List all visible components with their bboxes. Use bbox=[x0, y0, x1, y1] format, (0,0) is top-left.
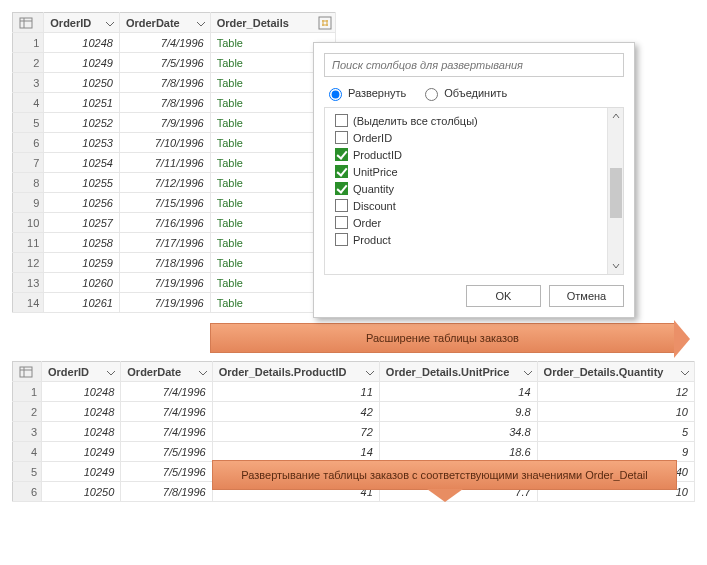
rownum-cell: 3 bbox=[13, 422, 42, 442]
dropdown-icon[interactable] bbox=[195, 18, 207, 30]
column-item[interactable]: (Выделить все столбцы) bbox=[329, 112, 619, 129]
rownum-cell: 4 bbox=[13, 93, 44, 113]
table-row[interactable]: 10102577/16/1996Table bbox=[13, 213, 336, 233]
column-item[interactable]: OrderID bbox=[329, 129, 619, 146]
cell-orderdate: 7/10/1996 bbox=[119, 133, 210, 153]
radio-aggregate[interactable]: Объединить bbox=[420, 85, 507, 101]
scroll-down-icon[interactable] bbox=[608, 258, 624, 274]
dropdown-icon[interactable] bbox=[197, 367, 209, 379]
col2-orderdate[interactable]: OrderDate bbox=[121, 362, 212, 382]
table-row[interactable]: 4102497/5/19961418.69 bbox=[13, 442, 695, 462]
cell-orderdate: 7/5/1996 bbox=[121, 442, 212, 462]
cell-orderid: 10253 bbox=[44, 133, 120, 153]
cell-orderdate: 7/5/1996 bbox=[121, 462, 212, 482]
column-item[interactable]: Quantity bbox=[329, 180, 619, 197]
table-row[interactable]: 4102517/8/1996Table bbox=[13, 93, 336, 113]
checkbox[interactable] bbox=[335, 148, 348, 161]
col-label: Order_Details.Quantity bbox=[544, 366, 664, 378]
col2-orderid[interactable]: OrderID bbox=[42, 362, 121, 382]
search-input[interactable] bbox=[324, 53, 624, 77]
col2-unitprice[interactable]: Order_Details.UnitPrice bbox=[379, 362, 537, 382]
table-row[interactable]: 7102547/11/1996Table bbox=[13, 153, 336, 173]
table-row[interactable]: 12102597/18/1996Table bbox=[13, 253, 336, 273]
col2-quantity[interactable]: Order_Details.Quantity bbox=[537, 362, 694, 382]
dropdown-icon[interactable] bbox=[679, 367, 691, 379]
cell-orderdate: 7/16/1996 bbox=[119, 213, 210, 233]
rownum-cell: 2 bbox=[13, 402, 42, 422]
cell-orderid: 10260 bbox=[44, 273, 120, 293]
table-row[interactable]: 6102537/10/1996Table bbox=[13, 133, 336, 153]
column-item[interactable]: Order bbox=[329, 214, 619, 231]
checkbox[interactable] bbox=[335, 199, 348, 212]
radio-aggregate-input[interactable] bbox=[425, 88, 438, 101]
table-row[interactable]: 3102507/8/1996Table bbox=[13, 73, 336, 93]
item-label: OrderID bbox=[353, 132, 392, 144]
rownum-cell: 11 bbox=[13, 233, 44, 253]
cell-orderdate: 7/15/1996 bbox=[119, 193, 210, 213]
checkbox[interactable] bbox=[335, 233, 348, 246]
dropdown-icon[interactable] bbox=[105, 367, 117, 379]
expand-icon[interactable] bbox=[318, 16, 332, 30]
table-row[interactable]: 2102487/4/1996429.810 bbox=[13, 402, 695, 422]
table-row[interactable]: 7102507/8/19965142.435 bbox=[13, 502, 695, 503]
table-row[interactable]: 13102607/19/1996Table bbox=[13, 273, 336, 293]
scroll-thumb[interactable] bbox=[610, 168, 622, 218]
col-orderdetails[interactable]: Order_Details bbox=[210, 13, 335, 33]
item-label: Quantity bbox=[353, 183, 394, 195]
orders-table[interactable]: OrderID OrderDate Order_Details 1102487/… bbox=[12, 12, 336, 313]
column-item[interactable]: Discount bbox=[329, 197, 619, 214]
cell-orderid: 10248 bbox=[42, 402, 121, 422]
col-label: Order_Details.ProductID bbox=[219, 366, 347, 378]
table-row[interactable]: 9102567/15/1996Table bbox=[13, 193, 336, 213]
table-icon bbox=[19, 17, 33, 29]
rownum-cell: 5 bbox=[13, 462, 42, 482]
col-label: OrderDate bbox=[127, 366, 181, 378]
checkbox[interactable] bbox=[335, 114, 348, 127]
rownum-cell: 7 bbox=[13, 153, 44, 173]
checkbox[interactable] bbox=[335, 182, 348, 195]
dropdown-icon[interactable] bbox=[522, 367, 534, 379]
cell-orderdate: 7/18/1996 bbox=[119, 253, 210, 273]
cell-quantity: 5 bbox=[537, 422, 694, 442]
col-label: Order_Details.UnitPrice bbox=[386, 366, 510, 378]
table-row[interactable]: 1102487/4/1996111412 bbox=[13, 382, 695, 402]
cell-productid: 11 bbox=[212, 382, 379, 402]
col-orderdate[interactable]: OrderDate bbox=[119, 13, 210, 33]
radio-expand[interactable]: Развернуть bbox=[324, 85, 406, 101]
table-row[interactable]: 5102527/9/1996Table bbox=[13, 113, 336, 133]
rownum-header bbox=[13, 362, 42, 382]
column-item[interactable]: Product bbox=[329, 231, 619, 248]
checkbox[interactable] bbox=[335, 131, 348, 144]
dropdown-icon[interactable] bbox=[364, 367, 376, 379]
scroll-up-icon[interactable] bbox=[608, 108, 624, 124]
table-row[interactable]: 11102587/17/1996Table bbox=[13, 233, 336, 253]
orders-table-body: 1102487/4/1996Table2102497/5/1996Table31… bbox=[13, 33, 336, 313]
col2-productid[interactable]: Order_Details.ProductID bbox=[212, 362, 379, 382]
table-row[interactable]: 2102497/5/1996Table bbox=[13, 53, 336, 73]
col-label: Order_Details bbox=[217, 17, 289, 29]
scrollbar[interactable] bbox=[607, 108, 623, 274]
radio-label: Развернуть bbox=[348, 87, 406, 99]
table-row[interactable]: 3102487/4/19967234.85 bbox=[13, 422, 695, 442]
cell-orderdate: 7/19/1996 bbox=[119, 273, 210, 293]
column-item[interactable]: UnitPrice bbox=[329, 163, 619, 180]
cell-unitprice: 34.8 bbox=[379, 422, 537, 442]
svg-rect-3 bbox=[319, 17, 331, 29]
cell-quantity: 35 bbox=[537, 502, 694, 503]
table-row[interactable]: 1102487/4/1996Table bbox=[13, 33, 336, 53]
table-row[interactable]: 14102617/19/1996Table bbox=[13, 293, 336, 313]
cell-unitprice: 9.8 bbox=[379, 402, 537, 422]
col-orderid[interactable]: OrderID bbox=[44, 13, 120, 33]
table-row[interactable]: 8102557/12/1996Table bbox=[13, 173, 336, 193]
radio-expand-input[interactable] bbox=[329, 88, 342, 101]
ok-button[interactable]: OK bbox=[466, 285, 541, 307]
dropdown-icon[interactable] bbox=[104, 18, 116, 30]
mode-radios: Развернуть Объединить bbox=[324, 85, 624, 101]
checkbox[interactable] bbox=[335, 216, 348, 229]
rownum-cell: 3 bbox=[13, 73, 44, 93]
rownum-cell: 10 bbox=[13, 213, 44, 233]
column-item[interactable]: ProductID bbox=[329, 146, 619, 163]
svg-rect-0 bbox=[20, 18, 32, 28]
cancel-button[interactable]: Отмена bbox=[549, 285, 624, 307]
checkbox[interactable] bbox=[335, 165, 348, 178]
